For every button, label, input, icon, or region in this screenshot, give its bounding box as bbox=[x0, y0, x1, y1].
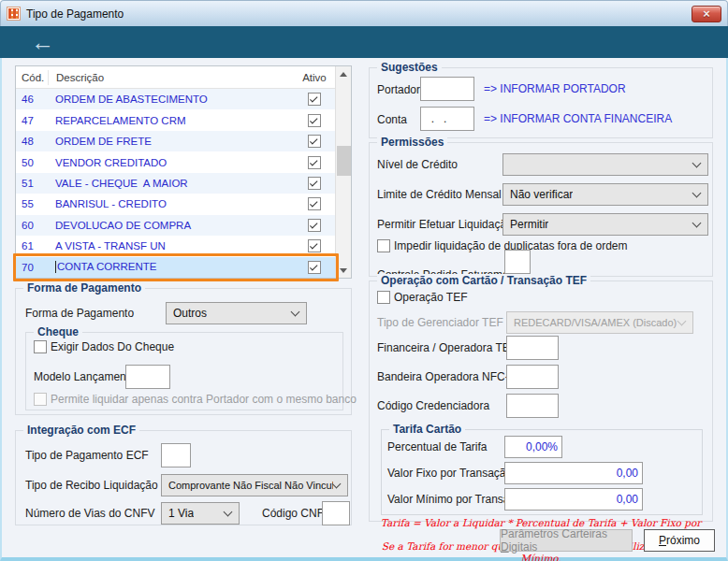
valor-minimo-input[interactable] bbox=[504, 488, 643, 511]
forma-pagamento-label: Forma de Pagamento bbox=[25, 307, 134, 320]
codigo-cnfv-label: Código CNFV bbox=[262, 507, 331, 520]
permite-liquidar-checkbox[interactable] bbox=[34, 393, 47, 406]
group-title: Operação com Cartão / Transação TEF bbox=[377, 274, 590, 287]
row-cod: 50 bbox=[16, 157, 48, 168]
exigir-dados-checkbox[interactable] bbox=[34, 340, 47, 353]
group-title: Permissões bbox=[377, 136, 447, 149]
table-row[interactable]: 70CONTA CORRENTE bbox=[16, 257, 335, 278]
group-title: Sugestões bbox=[377, 61, 442, 74]
table-row[interactable]: 50VENDOR CREDITADO bbox=[16, 151, 335, 172]
window-title: Tipo de Pagamento bbox=[26, 7, 686, 21]
gerenciador-tef-label: Tipo de Gerenciador TEF bbox=[377, 316, 503, 329]
impedir-liquidacao-checkbox[interactable] bbox=[377, 239, 390, 252]
group-cheque: Cheque Exigir Dados Do Cheque Modelo Lan… bbox=[25, 332, 343, 410]
table-row[interactable]: 46ORDEM DE ABASTECIMENTO bbox=[16, 89, 335, 109]
ativo-checkbox[interactable] bbox=[308, 261, 321, 274]
row-descricao: A VISTA - TRANSF UN bbox=[48, 240, 294, 252]
close-button[interactable]: × bbox=[692, 6, 721, 22]
row-cod: 60 bbox=[16, 220, 48, 231]
ativo-checkbox[interactable] bbox=[308, 156, 321, 169]
header-cod[interactable]: Cód. bbox=[16, 72, 48, 83]
permitir-liquidacao-select[interactable]: Permitir bbox=[502, 213, 708, 236]
tipo-recibo-select[interactable]: Comprovante Não Fiscal Não Vinculado bbox=[161, 474, 348, 496]
group-title: Integração com ECF bbox=[23, 424, 139, 437]
check-icon bbox=[310, 221, 317, 228]
codigo-cnfv-input[interactable] bbox=[322, 501, 350, 525]
row-descricao: CONTA CORRENTE bbox=[48, 261, 294, 273]
check-icon bbox=[310, 94, 317, 102]
row-cod: 70 bbox=[16, 262, 48, 273]
numero-vias-select[interactable]: 1 Via bbox=[161, 502, 240, 525]
group-title: Cheque bbox=[34, 325, 82, 338]
header-descricao[interactable]: Descrição bbox=[48, 70, 294, 85]
header-ativo[interactable]: Ativo bbox=[294, 72, 335, 83]
row-ativo-cell bbox=[294, 261, 335, 274]
ativo-checkbox[interactable] bbox=[308, 219, 321, 232]
tipo-pagamento-ecf-label: Tipo de Pagamento ECF bbox=[25, 449, 149, 462]
percentual-tarifa-input[interactable] bbox=[504, 436, 562, 458]
group-permissoes: Permissões Nível de Crédito Limite de Cr… bbox=[369, 142, 713, 277]
operacao-tef-label: Operação TEF bbox=[394, 291, 467, 304]
table-row[interactable]: 48ORDEM DE FRETE bbox=[16, 131, 335, 151]
financeira-tef-input[interactable] bbox=[506, 336, 559, 360]
row-descricao: VENDOR CREDITADO bbox=[48, 157, 294, 168]
table-row[interactable]: 55BANRISUL - CREDITO bbox=[16, 194, 335, 214]
exigir-dados-label: Exigir Dados Do Cheque bbox=[51, 340, 174, 353]
ativo-checkbox[interactable] bbox=[308, 197, 321, 210]
portador-input[interactable] bbox=[420, 77, 474, 101]
table-rows: 46ORDEM DE ABASTECIMENTO47REPARCELAMENTO… bbox=[16, 89, 335, 278]
parametros-carteiras-button[interactable]: Parâmetros Carteiras Digitais bbox=[500, 529, 633, 552]
back-arrow-icon[interactable]: ← bbox=[31, 31, 54, 54]
scroll-down-icon[interactable] bbox=[336, 263, 351, 278]
limite-credito-select[interactable]: Não verificar bbox=[502, 183, 708, 206]
controle-pedido-input[interactable] bbox=[504, 250, 531, 274]
ativo-checkbox[interactable] bbox=[308, 114, 321, 127]
valor-fixo-input[interactable] bbox=[504, 462, 643, 484]
ativo-checkbox[interactable] bbox=[308, 93, 321, 106]
portador-label: Portador bbox=[377, 83, 420, 96]
check-icon bbox=[310, 241, 317, 249]
group-title: Forma de Pagamento bbox=[23, 281, 145, 295]
check-icon bbox=[310, 116, 317, 123]
percentual-tarifa-label: Percentual de Tarifa bbox=[387, 440, 488, 453]
nivel-credito-select[interactable] bbox=[502, 153, 708, 176]
ativo-checkbox[interactable] bbox=[308, 135, 321, 148]
table-row[interactable]: 60DEVOLUCAO DE COMPRA bbox=[16, 215, 335, 236]
bandeira-nfce-label: Bandeira Operadora NFC-e bbox=[377, 370, 515, 383]
row-descricao: REPARCELAMENTO CRM bbox=[48, 115, 294, 126]
table-scrollbar[interactable] bbox=[335, 66, 351, 278]
row-cod: 51 bbox=[16, 178, 48, 189]
row-descricao: VALE - CHEQUE A MAIOR bbox=[48, 178, 294, 189]
row-ativo-cell bbox=[294, 219, 335, 232]
table-row[interactable]: 61A VISTA - TRANSF UN bbox=[16, 236, 335, 256]
operacao-tef-checkbox[interactable] bbox=[377, 291, 390, 304]
modelo-lancamento-input[interactable] bbox=[125, 365, 170, 389]
gerenciador-tef-select[interactable]: REDECARD/VISA/AMEX (Discado) bbox=[506, 311, 693, 334]
valor-fixo-label: Valor Fixo por Transação bbox=[387, 467, 512, 480]
portador-hint: => INFORMAR PORTADOR bbox=[484, 82, 626, 95]
scrollbar-thumb[interactable] bbox=[337, 146, 351, 176]
row-ativo-cell bbox=[294, 93, 335, 106]
credenciadora-input[interactable] bbox=[506, 394, 559, 418]
table-row[interactable]: 51VALE - CHEQUE A MAIOR bbox=[16, 173, 335, 194]
chevron-down-icon bbox=[224, 508, 233, 517]
row-cod: 55 bbox=[16, 198, 48, 209]
ativo-checkbox[interactable] bbox=[308, 177, 321, 190]
conta-input[interactable] bbox=[420, 107, 474, 131]
conta-hint: => INFORMAR CONTA FINANCEIRA bbox=[484, 112, 672, 125]
group-tarifa-cartao: Tarifa Cartão Percentual de Tarifa Valor… bbox=[381, 429, 703, 515]
tipo-de-pagamento-window: Tipo de Pagamento × ← Cód. Descrição Ati… bbox=[0, 0, 728, 561]
tipo-pagamento-ecf-input[interactable] bbox=[161, 443, 191, 468]
forma-pagamento-select[interactable]: Outros bbox=[166, 302, 307, 324]
permite-liquidar-label: Permite liquidar apenas contra Portador … bbox=[51, 393, 357, 406]
chevron-down-icon bbox=[692, 159, 702, 168]
proximo-button[interactable]: Próximo bbox=[644, 529, 715, 552]
bandeira-nfce-input[interactable] bbox=[506, 365, 559, 389]
scroll-up-icon[interactable] bbox=[336, 66, 351, 81]
ativo-checkbox[interactable] bbox=[308, 239, 321, 252]
check-icon bbox=[310, 137, 317, 144]
table-row[interactable]: 47REPARCELAMENTO CRM bbox=[16, 109, 335, 130]
row-ativo-cell bbox=[294, 197, 335, 210]
row-cod: 46 bbox=[16, 94, 48, 105]
modelo-lancamento-label: Modelo Lançamento bbox=[34, 370, 136, 383]
